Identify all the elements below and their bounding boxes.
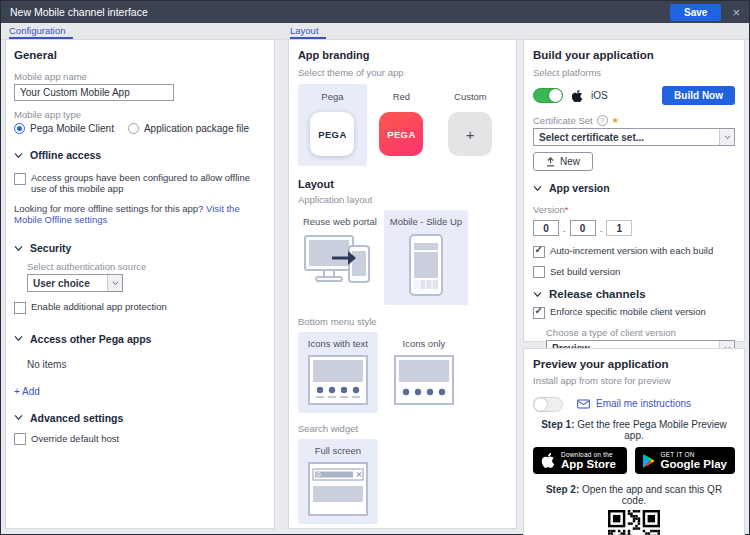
search-widget-label: Search widget bbox=[298, 423, 507, 434]
advanced-settings-label: Advanced settings bbox=[30, 412, 123, 424]
enforce-client-version-label: Enforce specific mobile client version bbox=[550, 306, 706, 317]
close-icon[interactable]: × bbox=[732, 6, 740, 19]
preview-panel: Preview your application Install app fro… bbox=[523, 348, 745, 535]
offline-note-text: Looking for more offline settings for th… bbox=[14, 203, 203, 214]
no-items-text: No items bbox=[27, 359, 266, 370]
branding-layout-panel: App branding Select theme of your app Pe… bbox=[288, 39, 517, 529]
add-link[interactable]: + Add bbox=[14, 386, 266, 397]
app-type-label: Mobile app type bbox=[14, 109, 266, 120]
enforce-client-version-checkbox[interactable]: Enforce specific mobile client version bbox=[533, 306, 735, 319]
set-build-version-label: Set build version bbox=[550, 266, 620, 277]
theme-card-pega[interactable]: Pega PEGA bbox=[298, 84, 367, 166]
theme-card-red[interactable]: Red PEGA bbox=[367, 84, 436, 166]
step1-body: Get the free Pega Mobile Preview app. bbox=[575, 419, 727, 441]
email-instructions-link[interactable]: Email me instructions bbox=[533, 398, 735, 409]
theme-red-label: Red bbox=[367, 91, 436, 102]
right-column: Build your application Select platforms … bbox=[523, 39, 745, 529]
chevron-down-icon bbox=[533, 291, 542, 298]
option-full-screen[interactable]: Full screen bbox=[298, 439, 378, 524]
bottom-menu-style-label: Bottom menu style bbox=[298, 316, 507, 327]
appstore-name: App Store bbox=[561, 458, 616, 471]
bottom-menu-options: Icons with text Icons only bbox=[298, 332, 507, 413]
section-security[interactable]: Security bbox=[14, 242, 266, 254]
version-separator: . bbox=[563, 223, 566, 234]
step2-label: Step 2: bbox=[546, 484, 579, 495]
version-minor-input[interactable] bbox=[570, 220, 596, 236]
version-separator: . bbox=[600, 223, 603, 234]
version-label: Version bbox=[533, 204, 565, 215]
tab-layout[interactable]: Layout bbox=[290, 24, 326, 39]
save-button[interactable]: Save bbox=[670, 4, 721, 21]
app-protection-checkbox[interactable]: Enable additional app protection bbox=[14, 301, 266, 314]
chevron-down-icon bbox=[107, 275, 122, 291]
mobile-slide-up-label: Mobile - Slide Up bbox=[388, 216, 464, 227]
radio-pega-mobile-client[interactable]: Pega Mobile Client bbox=[14, 123, 114, 134]
radio-application-package[interactable]: Application package file bbox=[128, 123, 249, 134]
section-app-version[interactable]: App version bbox=[533, 182, 735, 194]
checkbox-checked-icon bbox=[533, 246, 545, 258]
build-heading: Build your application bbox=[533, 49, 735, 61]
override-host-label: Override default host bbox=[31, 433, 119, 444]
radio-selected-icon bbox=[14, 123, 25, 134]
application-layout-options: Reuse web portal Mobile - Slide Up bbox=[298, 210, 507, 305]
certificate-set-label: Certificate Set bbox=[533, 115, 593, 126]
window-title: New Mobile channel interface bbox=[10, 6, 148, 18]
appstore-tagline: Download on the bbox=[561, 451, 613, 458]
option-mobile-slide-up[interactable]: Mobile - Slide Up bbox=[384, 210, 468, 305]
chevron-down-icon bbox=[533, 185, 542, 192]
option-icons-with-text[interactable]: Icons with text bbox=[298, 332, 378, 413]
access-other-apps-label: Access other Pega apps bbox=[30, 333, 151, 345]
section-offline-access[interactable]: Offline access bbox=[14, 149, 266, 161]
general-panel: General Mobile app name Mobile app type … bbox=[5, 39, 275, 529]
new-certificate-button[interactable]: New bbox=[533, 152, 593, 171]
layout-heading: Layout bbox=[298, 178, 507, 190]
build-now-button[interactable]: Build Now bbox=[662, 86, 735, 105]
apple-logo-icon bbox=[571, 89, 583, 103]
icons-with-text-label: Icons with text bbox=[302, 338, 374, 349]
checkbox-unchecked-icon bbox=[14, 173, 26, 185]
version-patch-input[interactable] bbox=[606, 220, 632, 236]
app-name-label: Mobile app name bbox=[14, 71, 266, 82]
build-panel: Build your application Select platforms … bbox=[523, 39, 745, 342]
version-major-input[interactable] bbox=[533, 220, 559, 236]
checkbox-unchecked-icon bbox=[533, 266, 545, 278]
auth-source-select[interactable]: User choice bbox=[27, 274, 123, 292]
app-branding-heading: App branding bbox=[298, 49, 507, 61]
app-store-badge[interactable]: Download on the App Store bbox=[533, 447, 627, 474]
certificate-set-row: Certificate Set ? ★ bbox=[533, 115, 735, 126]
section-release-channels[interactable]: Release channels bbox=[533, 288, 735, 300]
offline-checkbox-label: Access groups have been configured to al… bbox=[31, 172, 266, 194]
gplay-tagline: GET IT ON bbox=[661, 451, 695, 458]
pega-theme-tile: PEGA bbox=[310, 112, 354, 156]
option-reuse-web-portal[interactable]: Reuse web portal bbox=[298, 210, 382, 305]
app-name-input[interactable] bbox=[14, 84, 174, 101]
ios-toggle[interactable] bbox=[533, 88, 563, 103]
icons-only-preview-icon bbox=[394, 355, 454, 405]
auto-increment-checkbox[interactable]: Auto-increment version with each build bbox=[533, 245, 735, 258]
chevron-down-icon bbox=[14, 152, 23, 159]
google-play-icon bbox=[643, 452, 655, 470]
mobile-channel-window: New Mobile channel interface Save × Conf… bbox=[0, 0, 750, 535]
email-link-label: Email me instructions bbox=[596, 398, 691, 409]
section-advanced-settings[interactable]: Advanced settings bbox=[14, 412, 266, 424]
info-icon[interactable]: ? bbox=[597, 115, 608, 126]
step1-label: Step 1: bbox=[541, 419, 574, 430]
theme-card-custom[interactable]: Custom + bbox=[436, 84, 505, 166]
option-icons-only[interactable]: Icons only bbox=[384, 332, 464, 413]
tab-configuration[interactable]: Configuration bbox=[9, 24, 73, 39]
step1-text: Step 1: Get the free Pega Mobile Preview… bbox=[533, 419, 735, 441]
google-play-badge[interactable]: GET IT ON Google Play bbox=[635, 447, 735, 474]
android-toggle[interactable] bbox=[533, 397, 563, 412]
chevron-down-icon bbox=[719, 129, 734, 145]
full-screen-search-preview-icon bbox=[308, 462, 368, 516]
add-link-label: Add bbox=[22, 386, 40, 397]
section-access-other-apps[interactable]: Access other Pega apps bbox=[14, 333, 266, 345]
offline-settings-note: Looking for more offline settings for th… bbox=[14, 203, 266, 225]
override-host-checkbox[interactable]: Override default host bbox=[14, 433, 266, 446]
step2-body: Open the app and scan this QR code. bbox=[579, 484, 722, 506]
offline-access-checkbox[interactable]: Access groups have been configured to al… bbox=[14, 172, 266, 194]
search-widget-options: Full screen bbox=[298, 439, 507, 524]
chevron-down-icon bbox=[14, 245, 23, 252]
set-build-version-checkbox[interactable]: Set build version bbox=[533, 266, 735, 279]
certificate-set-select[interactable]: Select certificate set... bbox=[533, 128, 735, 146]
